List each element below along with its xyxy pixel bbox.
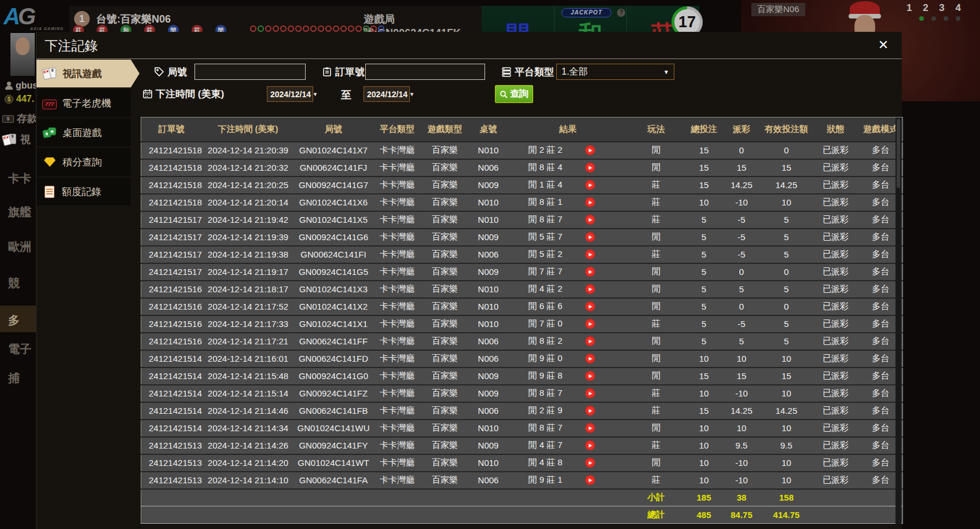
replay-play-icon[interactable]: [585, 284, 595, 294]
table-row: 241214215167341 2024-12-14 21:18:17 GN01…: [141, 281, 903, 298]
result-text: 閒 9 莊 0: [528, 353, 563, 364]
bet-records-table: 訂單號 下注時間 (美東) 局號 平台類型 遊戲類型 桌號 結果 玩法 總投注 …: [141, 117, 903, 524]
search-button[interactable]: 查詢: [495, 85, 533, 103]
replay-play-icon[interactable]: [585, 302, 595, 311]
document-icon: [45, 186, 54, 198]
replay-play-icon[interactable]: [585, 406, 595, 416]
total-bet: 485: [685, 506, 723, 524]
cell-play-side: 莊: [627, 315, 685, 333]
cell-platform: 卡卡灣廳: [373, 368, 422, 385]
cell-total-bet: 15: [685, 142, 723, 159]
menu-item-table-games[interactable]: ♣♣ 桌面遊戲: [36, 119, 131, 146]
replay-play-icon[interactable]: [585, 249, 595, 259]
menu-item-video-games[interactable]: K♥9 視訊遊戲: [36, 60, 131, 87]
result-text: 閒 8 莊 1: [528, 197, 563, 208]
cell-game-type: 百家樂: [422, 211, 468, 229]
replay-play-icon[interactable]: [585, 163, 595, 172]
cell-order-no: 241214215141183: [141, 402, 202, 420]
menu-label: 桌面遊戲: [63, 126, 102, 139]
cell-status: 已派彩: [813, 315, 859, 333]
cell-platform: 卡卡灣廳: [373, 281, 422, 298]
result-text: 閒 9 莊 8: [528, 370, 563, 381]
cell-play-side: 莊: [627, 402, 685, 420]
table-row: 241214215176599 2024-12-14 21:19:39 GN00…: [141, 229, 903, 246]
clipboard-icon: [322, 67, 332, 77]
cell-total-bet: 5: [685, 211, 723, 229]
replay-play-icon[interactable]: [585, 145, 595, 155]
cell-table-no: N006: [468, 246, 509, 263]
total-payout: 84.75: [723, 506, 761, 524]
cell-game-type: 百家樂: [422, 281, 468, 298]
menu-item-slots[interactable]: 777 電子老虎機: [36, 89, 131, 117]
table-row: 241214215148625 2024-12-14 21:15:48 GN00…: [141, 368, 903, 385]
calendar-icon: [142, 89, 153, 99]
round-input[interactable]: [194, 64, 306, 80]
replay-play-icon[interactable]: [585, 336, 595, 346]
cell-table-no: N009: [468, 177, 509, 194]
col-platform: 平台類型: [373, 117, 422, 142]
replay-play-icon[interactable]: [585, 371, 595, 381]
replay-play-icon[interactable]: [585, 475, 595, 485]
cell-status: 已派彩: [813, 333, 859, 350]
cell-payout: -10: [723, 472, 761, 489]
tag-icon: [154, 67, 164, 77]
table-scrollbar[interactable]: [895, 117, 901, 524]
cell-total-bet: 5: [685, 263, 723, 281]
cell-order-no: 241214215176413: [141, 246, 202, 263]
cell-total-bet: 10: [685, 454, 723, 472]
chevron-down-icon: ▼: [313, 91, 318, 97]
replay-play-icon[interactable]: [585, 458, 595, 468]
cell-result: 閒 8 莊 7: [509, 385, 627, 402]
replay-play-icon[interactable]: [585, 440, 595, 450]
cell-game-type: 百家樂: [422, 177, 468, 194]
table-row: 241214215176943 2024-12-14 21:19:42 GN01…: [141, 211, 903, 229]
cell-bet-time: 2024-12-14 21:17:21: [202, 333, 295, 350]
replay-play-icon[interactable]: [585, 388, 595, 398]
cell-round-no: GN00924C141G6: [295, 229, 373, 246]
cell-platform: 卡卡灣廳: [373, 350, 422, 368]
cell-bet-time: 2024-12-14 21:14:20: [202, 454, 295, 472]
replay-play-icon[interactable]: [585, 423, 595, 433]
col-order: 訂單號: [141, 117, 202, 142]
replay-play-icon[interactable]: [585, 197, 595, 207]
replay-play-icon[interactable]: [585, 354, 595, 363]
cell-round-no: GN00624C141FI: [295, 246, 373, 263]
cell-game-type: 百家樂: [422, 194, 468, 211]
replay-play-icon[interactable]: [585, 215, 595, 225]
cell-total-bet: 5: [685, 229, 723, 246]
menu-label: 電子老虎機: [62, 97, 111, 110]
cell-table-no: N010: [468, 194, 509, 211]
menu-label: 視訊遊戲: [63, 67, 102, 80]
replay-play-icon[interactable]: [585, 180, 595, 190]
cell-payout: 10: [723, 350, 761, 368]
cell-game-type: 百家樂: [422, 333, 468, 350]
total-valid: 414.75: [761, 506, 813, 524]
col-table-no: 桌號: [468, 117, 509, 142]
cell-round-no: GN00924C141G7: [295, 177, 373, 194]
table-row: 241214215163975 2024-12-14 21:17:52 GN01…: [141, 298, 903, 315]
cell-result: 閒 2 莊 2: [509, 142, 627, 159]
replay-play-icon[interactable]: [585, 267, 595, 277]
table-row: 241214215138344 2024-12-14 21:14:20 GN01…: [141, 454, 903, 472]
replay-play-icon[interactable]: [585, 319, 595, 329]
scrollbar-thumb[interactable]: [897, 119, 900, 188]
cell-payout: 14.25: [723, 402, 761, 420]
menu-item-points-query[interactable]: 積分查詢: [36, 148, 131, 176]
cell-table-no: N009: [468, 229, 509, 246]
cell-total-bet: 5: [685, 333, 723, 350]
replay-play-icon[interactable]: [585, 232, 595, 242]
cell-platform: 卡卡灣廳: [373, 402, 422, 420]
cell-payout: 15: [723, 368, 761, 385]
table-header-row: 訂單號 下注時間 (美東) 局號 平台類型 遊戲類型 桌號 結果 玩法 總投注 …: [141, 117, 903, 142]
date-from-picker[interactable]: 2024/12/14 ▼: [267, 86, 313, 102]
cell-round-no: GN01024C141X2: [295, 298, 373, 315]
cell-table-no: N010: [468, 315, 509, 333]
menu-item-credit-records[interactable]: 額度記錄: [36, 178, 131, 205]
cell-play-side: 閒: [627, 229, 685, 246]
cell-table-no: N010: [468, 420, 509, 437]
order-input[interactable]: [365, 64, 485, 80]
close-icon[interactable]: ✕: [875, 37, 891, 53]
platform-select[interactable]: 1.全部 ▼: [556, 64, 674, 80]
date-to-picker[interactable]: 2024/12/14 ▼: [364, 86, 410, 102]
table-row: 241214215180932 2024-12-14 21:20:14 GN01…: [141, 194, 903, 211]
